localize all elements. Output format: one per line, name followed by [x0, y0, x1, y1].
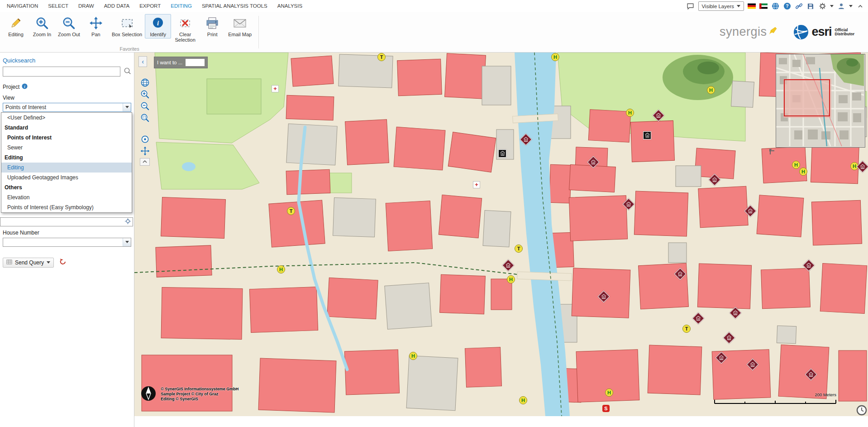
view-option-points-of-interest[interactable]: Points of Interest — [1, 133, 132, 143]
locate-icon[interactable] — [125, 218, 131, 225]
museum-marker-black[interactable] — [643, 131, 651, 139]
inset-resize-icon[interactable] — [769, 149, 776, 157]
synergis-pencil-icon — [768, 25, 778, 39]
center-map-tool-icon[interactable] — [140, 134, 150, 144]
print-button[interactable]: Print — [199, 14, 225, 38]
hotel-marker[interactable]: H — [605, 389, 613, 397]
view-select-caret-icon[interactable] — [123, 103, 131, 111]
collapse-panel-button[interactable]: ‹ — [138, 56, 147, 67]
map-canvas[interactable]: ‹ I want to ... — [134, 53, 868, 416]
view-select[interactable]: Points of Interest — [3, 103, 131, 112]
toolbar-scroll-up-button[interactable] — [140, 158, 150, 166]
pan-button[interactable]: Pan — [83, 14, 109, 38]
user-caret-icon[interactable] — [849, 5, 853, 7]
view-option-editing[interactable]: Editing — [1, 163, 132, 173]
hotel-marker[interactable]: H — [277, 265, 285, 273]
time-slider-clock-icon[interactable] — [856, 405, 867, 416]
map-navigation-toolbar — [140, 78, 150, 166]
identify-button[interactable]: iIdentify — [145, 14, 171, 38]
scale-bar-label: 200 Meters — [714, 392, 836, 397]
hotel-marker[interactable]: H — [792, 161, 800, 169]
send-query-caret-icon — [47, 261, 50, 264]
collapse-ribbon-icon[interactable] — [856, 2, 864, 10]
house-number-caret-icon[interactable] — [123, 238, 131, 246]
view-option-uploaded-geotagged-images[interactable]: Uploaded Geotagged Images — [1, 173, 132, 182]
i-want-to-input[interactable] — [186, 59, 205, 66]
tourism-marker[interactable]: T — [682, 325, 691, 333]
zoom-out-button[interactable]: Zoom Out — [55, 14, 83, 38]
tourism-marker[interactable]: T — [515, 245, 523, 253]
zoom-out-tool-icon[interactable] — [140, 101, 150, 111]
menu-tab-draw[interactable]: DRAW — [73, 0, 99, 12]
ribbon-button-label: Pan — [91, 32, 100, 37]
globe-icon[interactable] — [771, 2, 779, 10]
map-graphics — [134, 53, 868, 416]
menu-tab-export[interactable]: EXPORT — [134, 0, 166, 12]
menu-tab-add-data[interactable]: ADD DATA — [99, 0, 134, 12]
hotel-marker[interactable]: H — [799, 168, 807, 176]
full-extent-globe-icon[interactable] — [140, 78, 150, 87]
search-icon[interactable] — [124, 67, 131, 76]
zoom-in-tool-icon[interactable] — [140, 90, 150, 99]
view-option-user-defined[interactable]: <User Defined> — [1, 113, 132, 123]
view-option-editing[interactable]: Editing — [1, 153, 132, 163]
ribbon-group-favorites: EditingZoom InZoom OutPanBox SelectioniI… — [0, 12, 259, 52]
settings-caret-icon[interactable] — [830, 5, 834, 7]
view-dropdown-list: <User Defined>StandardPoints of Interest… — [1, 112, 132, 213]
overview-map[interactable] — [776, 54, 865, 148]
settings-gear-icon[interactable] — [818, 2, 826, 10]
hospital-marker[interactable]: + — [272, 85, 279, 92]
house-number-select[interactable] — [3, 238, 131, 247]
info-icon[interactable]: i — [22, 83, 28, 91]
hotel-marker[interactable]: H — [707, 86, 715, 94]
address-field[interactable] — [0, 217, 133, 226]
pan-extent-tool-icon[interactable] — [140, 146, 150, 156]
view-option-elevation[interactable]: Elevation — [1, 192, 132, 202]
ribbon-button-label: Print — [207, 32, 218, 37]
museum-marker-black[interactable] — [498, 149, 506, 158]
box-selection-icon — [120, 16, 134, 30]
editing-button[interactable]: Editing — [3, 14, 29, 38]
pan-icon — [89, 16, 103, 30]
ribbon-button-label: Box Selection — [112, 32, 142, 37]
menu-tab-select[interactable]: SELECT — [43, 0, 73, 12]
hotel-marker[interactable]: H — [507, 275, 515, 283]
tourism-marker[interactable]: T — [287, 207, 295, 215]
view-option-standard[interactable]: Standard — [1, 123, 132, 133]
hotel-marker[interactable]: H — [551, 53, 559, 61]
comment-icon[interactable] — [687, 2, 695, 10]
view-option-sewer[interactable]: Sewer — [1, 143, 132, 153]
link-icon[interactable] — [795, 2, 803, 10]
hotel-marker[interactable]: H — [409, 352, 417, 360]
hotel-marker[interactable]: H — [626, 109, 634, 117]
quicksearch-link[interactable]: Quicksearch — [3, 57, 134, 64]
menu-tab-analysis[interactable]: ANALYSIS — [272, 0, 307, 12]
map-area: ‹ I want to ... — [134, 53, 868, 427]
app-window: NAVIGATIONSELECTDRAWADD DATAEXPORTEDITIN… — [0, 0, 868, 427]
menu-right-tools: Visible Layers ? — [687, 1, 864, 11]
tourism-marker[interactable]: T — [377, 53, 386, 61]
send-query-button[interactable]: Send Query — [3, 258, 54, 268]
flag-germany-icon[interactable] — [748, 2, 756, 10]
hospital-marker[interactable]: + — [473, 181, 480, 188]
help-icon[interactable]: ? — [783, 2, 791, 10]
menu-tab-navigation[interactable]: NAVIGATION — [2, 0, 43, 12]
quicksearch-input[interactable] — [3, 67, 120, 77]
zoom-in-button[interactable]: Zoom In — [29, 14, 55, 38]
brand-marker[interactable]: S — [602, 405, 610, 412]
i-want-to-widget[interactable]: I want to ... — [154, 57, 208, 68]
view-option-points-of-interest-easy-symbology[interactable]: Points of Interest (Easy Symbology) — [1, 202, 132, 212]
save-icon[interactable] — [806, 2, 815, 10]
menu-tab-editing[interactable]: EDITING — [166, 0, 197, 12]
view-option-others[interactable]: Others — [1, 182, 132, 192]
visible-layers-select[interactable]: Visible Layers — [698, 1, 744, 11]
box-selection-button[interactable]: Box Selection — [109, 14, 145, 38]
zoom-window-tool-icon[interactable] — [140, 113, 150, 123]
menu-tab-spatial-analysis-tools[interactable]: SPATIAL ANALYSIS TOOLS — [197, 0, 272, 12]
user-icon[interactable] — [837, 2, 845, 10]
clear-selection-button[interactable]: Clear Selection — [171, 14, 199, 44]
reset-query-icon[interactable] — [59, 258, 67, 267]
flag-uae-icon[interactable] — [759, 2, 768, 10]
hotel-marker[interactable]: H — [519, 396, 527, 404]
email-map-button[interactable]: Email Map — [225, 14, 254, 38]
